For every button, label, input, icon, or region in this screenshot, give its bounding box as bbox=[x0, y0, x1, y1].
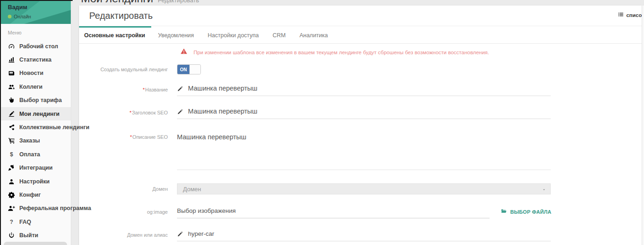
field-label: Создать модульный лендинг bbox=[79, 67, 172, 72]
user-plus-icon bbox=[8, 205, 15, 212]
domain-select-value: Домен bbox=[183, 186, 201, 193]
sidebar-item-label: Новости bbox=[19, 70, 43, 76]
field-label: og:image bbox=[79, 209, 172, 218]
cogs-icon bbox=[8, 191, 15, 199]
news-icon bbox=[8, 69, 15, 77]
pencil-icon bbox=[177, 231, 183, 237]
sidebar-item-label: FAQ bbox=[19, 219, 31, 225]
dashboard-icon bbox=[8, 43, 15, 50]
field-row-seo-title: Заголовок SEO Машинка перевертыш bbox=[79, 107, 551, 119]
alias-input[interactable]: hyper-car bbox=[188, 229, 214, 238]
menu-section-label: Меню bbox=[8, 30, 71, 39]
choose-file-label: ВЫБОР ФАЙЛА bbox=[510, 209, 552, 215]
question-icon: ? bbox=[8, 219, 15, 225]
colleagues-icon bbox=[8, 83, 15, 91]
sidebar-item-pencil-square[interactable]: Мои лендинги bbox=[0, 107, 71, 120]
sidebar: Вадим Онлайн Меню Рабочий столСтатистика… bbox=[0, 0, 71, 245]
field-row-domain: Домен Домен bbox=[79, 183, 551, 194]
sidebar-item-label: Конфиг bbox=[19, 192, 41, 198]
sidebar-item-label: Заказы bbox=[19, 137, 40, 144]
modular-landing-toggle[interactable]: ON bbox=[177, 64, 201, 74]
sidebar-item-user[interactable]: Настройки bbox=[0, 175, 71, 188]
sidebar-item-label: Рабочий стол bbox=[19, 43, 58, 50]
sidebar-item-label: Статистика bbox=[19, 57, 51, 63]
field-label: Описание SEO bbox=[79, 133, 172, 140]
field-row-name: Название Машинка перевертыш bbox=[79, 84, 551, 96]
user-status: Онлайн bbox=[14, 14, 31, 19]
dollar-icon: $ bbox=[8, 152, 15, 157]
stats-icon bbox=[8, 56, 15, 63]
card-title: Редактировать bbox=[89, 11, 153, 21]
sidebar-menu: Рабочий столСтатистикаНовостиКоллегиВыбо… bbox=[0, 39, 71, 242]
plug-icon bbox=[8, 164, 15, 171]
window-edge-top bbox=[0, 0, 73, 1]
sidebar-item-share[interactable]: Коллективные лендинги bbox=[0, 120, 71, 134]
toggle-knob bbox=[189, 65, 200, 74]
sidebar-item-question[interactable]: ?FAQ bbox=[0, 215, 71, 228]
sidebar-item-hand-pointer[interactable]: Выбор тарифа bbox=[0, 94, 71, 107]
tab-bar: Основные настройкиУведомленияНастройки д… bbox=[79, 26, 642, 44]
field-row-seo-description: Описание SEO Машинка перевертыш bbox=[79, 133, 551, 170]
hand-pointer-icon bbox=[8, 97, 15, 104]
field-label: Название bbox=[79, 87, 172, 96]
toggle-on-label: ON bbox=[177, 65, 189, 74]
sidebar-scroll-pill bbox=[4, 242, 67, 245]
sidebar-item-label: Выбор тарифа bbox=[19, 97, 62, 103]
list-icon bbox=[618, 11, 624, 18]
sidebar-item-label: Выйти bbox=[19, 232, 38, 239]
tab-crm[interactable]: CRM bbox=[266, 26, 292, 43]
card-header: Редактировать список bbox=[79, 6, 642, 26]
sidebar-item-label: Настройки bbox=[19, 178, 50, 185]
sidebar-item-cart[interactable]: Заказы bbox=[0, 134, 71, 148]
sidebar-item-plug[interactable]: Интеграции bbox=[0, 161, 71, 175]
field-label: Заголовок SEO bbox=[79, 110, 172, 119]
sidebar-item-news[interactable]: Новости bbox=[0, 67, 71, 80]
name-input[interactable]: Машинка перевертыш bbox=[188, 84, 257, 93]
sidebar-item-label: Коллеги bbox=[19, 84, 43, 90]
template-warning: При изменении шаблона все изменения в ва… bbox=[180, 48, 489, 57]
choose-file-button[interactable]: ВЫБОР ФАЙЛА bbox=[501, 208, 552, 215]
window-edge-left bbox=[0, 0, 1, 245]
tab-аналитика[interactable]: Аналитика bbox=[292, 26, 335, 43]
sidebar-item-label: Коллективные лендинги bbox=[19, 124, 89, 131]
user-name: Вадим bbox=[8, 4, 71, 11]
warning-text: При изменении шаблона все изменения в ва… bbox=[194, 50, 489, 55]
list-view-button[interactable]: список bbox=[618, 11, 644, 18]
tab-основные-настройки[interactable]: Основные настройки bbox=[79, 26, 151, 43]
seo-title-input[interactable]: Машинка перевертыш bbox=[188, 107, 257, 116]
sidebar-item-dollar[interactable]: $Оплата bbox=[0, 148, 71, 161]
seo-description-textarea[interactable]: Машинка перевертыш bbox=[177, 133, 551, 170]
online-dot-icon bbox=[8, 15, 11, 18]
pencil-icon bbox=[177, 85, 183, 91]
folder-open-icon bbox=[501, 208, 507, 215]
sidebar-item-stats[interactable]: Статистика bbox=[0, 53, 71, 66]
page-title: Мои лендинги bbox=[81, 0, 153, 5]
sidebar-user-panel: Вадим Онлайн bbox=[0, 0, 71, 24]
sidebar-item-label: Интеграции bbox=[19, 165, 52, 171]
pencil-icon bbox=[177, 108, 183, 114]
sidebar-item-label: Реферальная программа bbox=[19, 205, 91, 211]
user-icon bbox=[8, 178, 15, 185]
edit-card: Редактировать список Основные настройкиУ… bbox=[79, 6, 642, 245]
field-row-modular-toggle: Создать модульный лендинг ON bbox=[79, 64, 551, 74]
breadcrumb: Редактировать bbox=[158, 0, 199, 4]
sidebar-item-colleagues[interactable]: Коллеги bbox=[0, 80, 71, 93]
cart-icon bbox=[8, 137, 15, 144]
domain-select[interactable]: Домен bbox=[177, 183, 551, 194]
og-image-input[interactable]: Выбор изображения bbox=[177, 207, 236, 214]
sidebar-item-power[interactable]: Выйти bbox=[0, 228, 71, 242]
sidebar-item-label: Мои лендинги bbox=[19, 111, 60, 117]
sidebar-item-user-plus[interactable]: Реферальная программа bbox=[0, 202, 71, 215]
tab-настройки-доступа[interactable]: Настройки доступа bbox=[201, 26, 266, 43]
vertical-scrollbar[interactable] bbox=[642, 6, 644, 245]
pencil-square-icon bbox=[8, 110, 15, 118]
sidebar-item-label: Оплата bbox=[19, 151, 40, 158]
field-row-alias: Домен или алиас hyper-car bbox=[79, 229, 551, 241]
sidebar-item-cogs[interactable]: Конфиг bbox=[0, 188, 71, 201]
sidebar-item-dashboard[interactable]: Рабочий стол bbox=[0, 40, 71, 53]
field-label: Домен bbox=[79, 186, 172, 192]
tab-уведомления[interactable]: Уведомления bbox=[151, 26, 201, 43]
share-icon bbox=[8, 124, 15, 131]
field-row-og-image: og:image Выбор изображения ВЫБОР ФАЙЛА bbox=[79, 206, 551, 218]
field-label: Домен или алиас bbox=[79, 232, 172, 241]
